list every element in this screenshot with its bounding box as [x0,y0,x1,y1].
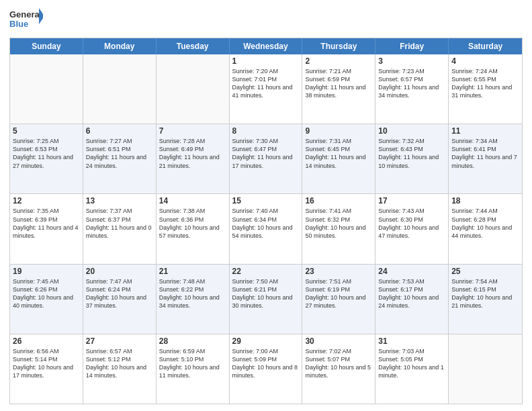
day-number: 14 [159,196,226,205]
cell-info: Sunrise: 6:59 AM Sunset: 5:10 PM Dayligh… [159,347,226,380]
cell-info: Sunrise: 7:43 AM Sunset: 6:30 PM Dayligh… [378,207,445,240]
day-cell-14: 14Sunrise: 7:38 AM Sunset: 6:36 PM Dayli… [157,194,230,263]
calendar-row-2: 12Sunrise: 7:35 AM Sunset: 6:39 PM Dayli… [10,193,522,263]
day-cell-25: 25Sunrise: 7:54 AM Sunset: 6:15 PM Dayli… [449,265,522,334]
cell-info: Sunrise: 7:40 AM Sunset: 6:34 PM Dayligh… [232,207,300,240]
day-cell-9: 9Sunrise: 7:31 AM Sunset: 6:45 PM Daylig… [302,124,375,193]
cell-info: Sunrise: 7:02 AM Sunset: 5:07 PM Dayligh… [305,347,372,380]
day-cell-8: 8Sunrise: 7:30 AM Sunset: 6:47 PM Daylig… [230,124,303,193]
day-cell-31: 31Sunrise: 7:03 AM Sunset: 5:05 PM Dayli… [375,334,449,404]
cell-info: Sunrise: 7:35 AM Sunset: 6:39 PM Dayligh… [13,207,80,240]
cell-info: Sunrise: 7:51 AM Sunset: 6:19 PM Dayligh… [305,277,372,310]
cell-info: Sunrise: 7:47 AM Sunset: 6:24 PM Dayligh… [86,277,153,310]
day-cell-21: 21Sunrise: 7:48 AM Sunset: 6:22 PM Dayli… [157,265,230,334]
cell-info: Sunrise: 6:56 AM Sunset: 5:14 PM Dayligh… [13,347,80,380]
day-cell-26: 26Sunrise: 6:56 AM Sunset: 5:14 PM Dayli… [10,334,83,404]
day-cell-10: 10Sunrise: 7:32 AM Sunset: 6:43 PM Dayli… [375,124,449,193]
day-number: 7 [159,126,226,136]
cell-info: Sunrise: 7:31 AM Sunset: 6:45 PM Dayligh… [305,137,372,170]
header-cell-thursday: Thursday [302,38,375,54]
empty-cell [10,54,83,124]
day-cell-16: 16Sunrise: 7:41 AM Sunset: 6:32 PM Dayli… [302,194,375,263]
day-number: 2 [305,56,372,66]
cell-info: Sunrise: 7:37 AM Sunset: 6:37 PM Dayligh… [86,207,153,240]
day-cell-15: 15Sunrise: 7:40 AM Sunset: 6:34 PM Dayli… [230,194,303,263]
cell-info: Sunrise: 7:24 AM Sunset: 6:55 PM Dayligh… [451,67,519,100]
empty-cell [83,54,157,124]
day-cell-19: 19Sunrise: 7:45 AM Sunset: 6:26 PM Dayli… [10,265,83,334]
day-cell-29: 29Sunrise: 7:00 AM Sunset: 5:09 PM Dayli… [230,334,303,404]
day-cell-27: 27Sunrise: 6:57 AM Sunset: 5:12 PM Dayli… [83,334,157,404]
cell-info: Sunrise: 7:27 AM Sunset: 6:51 PM Dayligh… [86,137,153,170]
day-cell-18: 18Sunrise: 7:44 AM Sunset: 6:28 PM Dayli… [449,194,522,263]
cell-info: Sunrise: 7:45 AM Sunset: 6:26 PM Dayligh… [13,277,80,310]
calendar-row-3: 19Sunrise: 7:45 AM Sunset: 6:26 PM Dayli… [10,264,522,334]
calendar-row-0: 1Sunrise: 7:20 AM Sunset: 7:01 PM Daylig… [10,54,522,124]
day-number: 19 [13,267,80,276]
cell-info: Sunrise: 7:48 AM Sunset: 6:22 PM Dayligh… [159,277,226,310]
day-number: 25 [451,267,519,276]
day-number: 18 [451,196,519,205]
cell-info: Sunrise: 7:34 AM Sunset: 6:41 PM Dayligh… [451,137,519,170]
day-cell-11: 11Sunrise: 7:34 AM Sunset: 6:41 PM Dayli… [449,124,522,193]
day-cell-30: 30Sunrise: 7:02 AM Sunset: 5:07 PM Dayli… [302,334,375,404]
day-number: 10 [378,126,445,136]
day-number: 21 [159,267,226,276]
day-number: 30 [305,336,372,346]
day-number: 28 [159,336,226,346]
day-cell-22: 22Sunrise: 7:50 AM Sunset: 6:21 PM Dayli… [230,265,303,334]
cell-info: Sunrise: 6:57 AM Sunset: 5:12 PM Dayligh… [86,347,153,380]
header-cell-monday: Monday [83,38,157,54]
cell-info: Sunrise: 7:38 AM Sunset: 6:36 PM Dayligh… [159,207,226,240]
calendar-body: 1Sunrise: 7:20 AM Sunset: 7:01 PM Daylig… [10,54,522,404]
day-number: 23 [305,267,372,276]
day-number: 5 [13,126,80,136]
cell-info: Sunrise: 7:00 AM Sunset: 5:09 PM Dayligh… [232,347,300,380]
day-cell-3: 3Sunrise: 7:23 AM Sunset: 6:57 PM Daylig… [375,54,449,124]
calendar-row-1: 5Sunrise: 7:25 AM Sunset: 6:53 PM Daylig… [10,124,522,193]
day-number: 27 [86,336,153,346]
day-number: 1 [232,56,300,66]
cell-info: Sunrise: 7:44 AM Sunset: 6:28 PM Dayligh… [451,207,519,240]
cell-info: Sunrise: 7:30 AM Sunset: 6:47 PM Dayligh… [232,137,300,170]
day-cell-1: 1Sunrise: 7:20 AM Sunset: 7:01 PM Daylig… [230,54,303,124]
day-cell-24: 24Sunrise: 7:53 AM Sunset: 6:17 PM Dayli… [375,265,449,334]
day-cell-13: 13Sunrise: 7:37 AM Sunset: 6:37 PM Dayli… [83,194,157,263]
header-cell-friday: Friday [375,38,449,54]
day-number: 8 [232,126,300,136]
day-cell-2: 2Sunrise: 7:21 AM Sunset: 6:59 PM Daylig… [302,54,375,124]
calendar: SundayMondayTuesdayWednesdayThursdayFrid… [9,38,523,404]
day-number: 3 [378,56,445,66]
day-number: 12 [13,196,80,205]
svg-text:Blue: Blue [9,19,28,29]
cell-info: Sunrise: 7:23 AM Sunset: 6:57 PM Dayligh… [378,67,445,100]
header-cell-tuesday: Tuesday [157,38,230,54]
day-cell-7: 7Sunrise: 7:28 AM Sunset: 6:49 PM Daylig… [157,124,230,193]
day-cell-12: 12Sunrise: 7:35 AM Sunset: 6:39 PM Dayli… [10,194,83,263]
cell-info: Sunrise: 7:20 AM Sunset: 7:01 PM Dayligh… [232,67,300,100]
day-number: 9 [305,126,372,136]
day-cell-20: 20Sunrise: 7:47 AM Sunset: 6:24 PM Dayli… [83,265,157,334]
day-cell-28: 28Sunrise: 6:59 AM Sunset: 5:10 PM Dayli… [157,334,230,404]
day-number: 15 [232,196,300,205]
cell-info: Sunrise: 7:28 AM Sunset: 6:49 PM Dayligh… [159,137,226,170]
day-number: 22 [232,267,300,276]
day-cell-23: 23Sunrise: 7:51 AM Sunset: 6:19 PM Dayli… [302,265,375,334]
empty-cell [449,334,522,404]
day-number: 17 [378,196,445,205]
cell-info: Sunrise: 7:03 AM Sunset: 5:05 PM Dayligh… [378,347,445,380]
cell-info: Sunrise: 7:41 AM Sunset: 6:32 PM Dayligh… [305,207,372,240]
cell-info: Sunrise: 7:54 AM Sunset: 6:15 PM Dayligh… [451,277,519,310]
page: General Blue SundayMondayTuesdayWednesda… [0,0,532,411]
day-number: 4 [451,56,519,66]
day-cell-17: 17Sunrise: 7:43 AM Sunset: 6:30 PM Dayli… [375,194,449,263]
day-number: 6 [86,126,153,136]
calendar-header: SundayMondayTuesdayWednesdayThursdayFrid… [10,38,522,54]
day-number: 29 [232,336,300,346]
day-cell-5: 5Sunrise: 7:25 AM Sunset: 6:53 PM Daylig… [10,124,83,193]
day-number: 24 [378,267,445,276]
day-cell-4: 4Sunrise: 7:24 AM Sunset: 6:55 PM Daylig… [449,54,522,124]
cell-info: Sunrise: 7:53 AM Sunset: 6:17 PM Dayligh… [378,277,445,310]
logo-svg: General Blue [9,7,43,32]
header-cell-saturday: Saturday [449,38,522,54]
